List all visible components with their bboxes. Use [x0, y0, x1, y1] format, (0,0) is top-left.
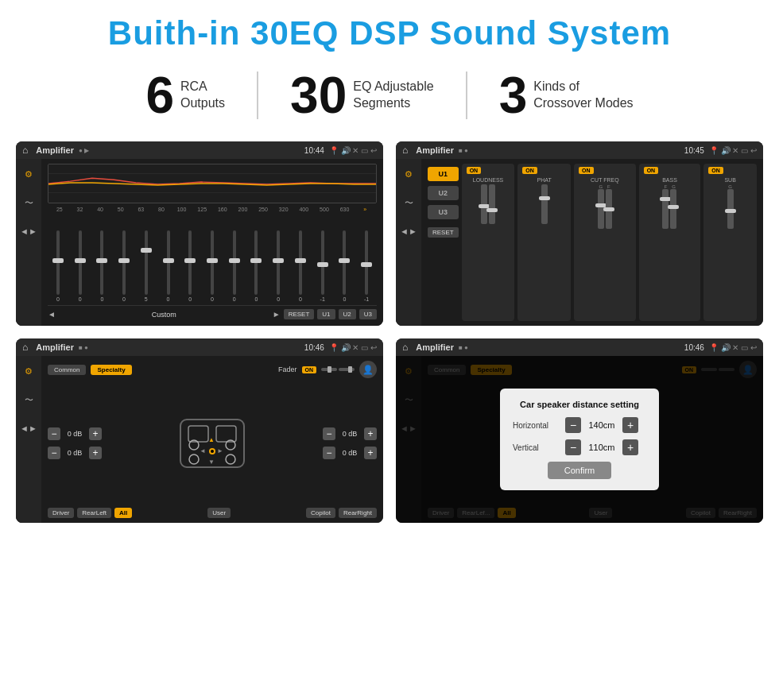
eq-track-7[interactable] — [211, 230, 214, 295]
eq-icon[interactable]: ⚙ — [20, 165, 37, 183]
crossover-u3-btn[interactable]: U3 — [428, 205, 459, 219]
phat-slider[interactable] — [541, 184, 548, 224]
eq-slider-4[interactable]: 5 — [136, 230, 157, 302]
loudness-on-btn[interactable]: ON — [467, 167, 482, 174]
rearright-btn[interactable]: RearRight — [339, 508, 377, 518]
eq-track-5[interactable] — [167, 230, 170, 295]
eq-track-9[interactable] — [254, 230, 258, 295]
eq-slider-5[interactable]: 0 — [158, 230, 179, 302]
wave-icon-2[interactable]: 〜 — [400, 194, 417, 211]
dialog-horizontal-plus[interactable]: + — [622, 417, 638, 433]
eq-slider-6[interactable]: 0 — [180, 230, 200, 302]
eq-thumb-6[interactable] — [184, 258, 196, 263]
eq-track-11[interactable] — [299, 230, 302, 295]
dialog-vertical-plus[interactable]: + — [622, 439, 638, 455]
home-icon-3[interactable]: ⌂ — [22, 342, 28, 353]
specialty-tab[interactable]: Specialty — [91, 365, 131, 375]
eq-track-14[interactable] — [365, 230, 368, 295]
fader-h-thumb-2[interactable] — [348, 366, 352, 373]
eq-track-2[interactable] — [100, 230, 103, 295]
eq-track-0[interactable] — [56, 230, 60, 295]
right-rear-minus[interactable]: − — [323, 447, 335, 459]
speaker-icon[interactable]: ◄► — [20, 222, 37, 240]
user-btn[interactable]: User — [207, 508, 231, 518]
eq-track-1[interactable] — [79, 230, 82, 295]
eq-slider-3[interactable]: 0 — [114, 230, 134, 302]
home-icon[interactable]: ⌂ — [22, 145, 28, 156]
phat-on-btn[interactable]: ON — [522, 167, 537, 174]
left-rear-plus[interactable]: + — [89, 447, 102, 459]
speaker-icon-2[interactable]: ◄► — [400, 222, 417, 240]
fader-h-track-1[interactable] — [321, 368, 337, 371]
eq-track-6[interactable] — [188, 230, 192, 295]
eq-slider-14[interactable]: -1 — [356, 230, 377, 302]
fader-h-track-2[interactable] — [339, 368, 355, 371]
eq-track-3[interactable] — [122, 230, 126, 295]
rearleft-btn[interactable]: RearLeft — [77, 508, 111, 518]
driver-btn[interactable]: Driver — [48, 508, 74, 518]
eq-slider-2[interactable]: 0 — [91, 230, 112, 302]
eq-track-8[interactable] — [233, 230, 236, 295]
eq-thumb-9[interactable] — [250, 258, 262, 263]
common-tab[interactable]: Common — [48, 365, 86, 375]
eq-reset-btn[interactable]: RESET — [284, 309, 315, 319]
fader-on-btn[interactable]: ON — [302, 366, 317, 373]
eq-slider-11[interactable]: 0 — [290, 230, 311, 302]
left-front-minus[interactable]: − — [48, 427, 60, 440]
eq-next-btn[interactable]: ► — [273, 310, 281, 319]
eq-slider-0[interactable]: 0 — [48, 230, 68, 302]
eq-thumb-4[interactable] — [141, 248, 152, 253]
eq-thumb-10[interactable] — [273, 258, 284, 263]
loudness-thumb-2[interactable] — [486, 208, 498, 212]
loudness-slider-1[interactable] — [481, 184, 487, 224]
eq-track-13[interactable] — [343, 230, 346, 295]
home-icon-2[interactable]: ⌂ — [402, 145, 408, 156]
copilot-btn[interactable]: Copilot — [306, 508, 335, 518]
eq-thumb-12[interactable] — [317, 262, 328, 267]
right-front-minus[interactable]: − — [323, 427, 335, 440]
eq-thumb-7[interactable] — [207, 258, 218, 263]
dialog-horizontal-minus[interactable]: − — [565, 417, 581, 433]
left-front-plus[interactable]: + — [89, 427, 102, 440]
eq-prev-btn[interactable]: ◄ — [48, 310, 56, 319]
home-icon-4[interactable]: ⌂ — [402, 342, 408, 353]
bass-thumb-f[interactable] — [660, 197, 671, 201]
right-front-plus[interactable]: + — [364, 427, 377, 440]
right-rear-plus[interactable]: + — [364, 447, 377, 459]
fader-h-thumb-1[interactable] — [327, 366, 331, 373]
eq-u3-btn[interactable]: U3 — [359, 309, 377, 319]
eq-thumb-5[interactable] — [163, 258, 174, 263]
eq-slider-9[interactable]: 0 — [246, 230, 267, 302]
eq-thumb-1[interactable] — [75, 258, 86, 263]
bass-slider-f[interactable] — [662, 189, 669, 229]
eq-thumb-0[interactable] — [52, 258, 64, 263]
crossover-u1-btn[interactable]: U1 — [428, 167, 459, 181]
eq-icon-3[interactable]: ⚙ — [20, 362, 37, 380]
eq-slider-12[interactable]: -1 — [312, 230, 333, 302]
left-rear-minus[interactable]: − — [48, 447, 60, 459]
confirm-button[interactable]: Confirm — [548, 462, 611, 479]
eq-slider-10[interactable]: 0 — [268, 230, 289, 302]
sub-thumb-g[interactable] — [725, 209, 736, 213]
sub-slider-g[interactable] — [727, 189, 734, 229]
freq-expand[interactable]: » — [355, 207, 375, 212]
bass-thumb-g[interactable] — [668, 205, 679, 209]
wave-icon[interactable]: 〜 — [20, 194, 37, 211]
eq-slider-8[interactable]: 0 — [224, 230, 245, 302]
dialog-vertical-minus[interactable]: − — [565, 439, 581, 455]
sub-on-btn[interactable]: ON — [708, 167, 723, 174]
eq-thumb-8[interactable] — [229, 258, 240, 263]
eq-thumb-11[interactable] — [295, 258, 306, 263]
eq-track-10[interactable] — [277, 230, 280, 295]
all-btn[interactable]: All — [114, 508, 132, 518]
phat-thumb[interactable] — [539, 196, 550, 200]
eq-thumb-2[interactable] — [96, 258, 107, 263]
eq-slider-1[interactable]: 0 — [70, 230, 91, 302]
eq-u1-btn[interactable]: U1 — [317, 309, 335, 319]
eq-track-4[interactable] — [145, 230, 148, 295]
settings-icon[interactable]: 👤 — [359, 361, 377, 378]
eq-thumb-13[interactable] — [339, 258, 350, 263]
eq-icon-2[interactable]: ⚙ — [400, 165, 417, 183]
eq-u2-btn[interactable]: U2 — [339, 309, 356, 319]
bass-on-btn[interactable]: ON — [644, 167, 659, 174]
